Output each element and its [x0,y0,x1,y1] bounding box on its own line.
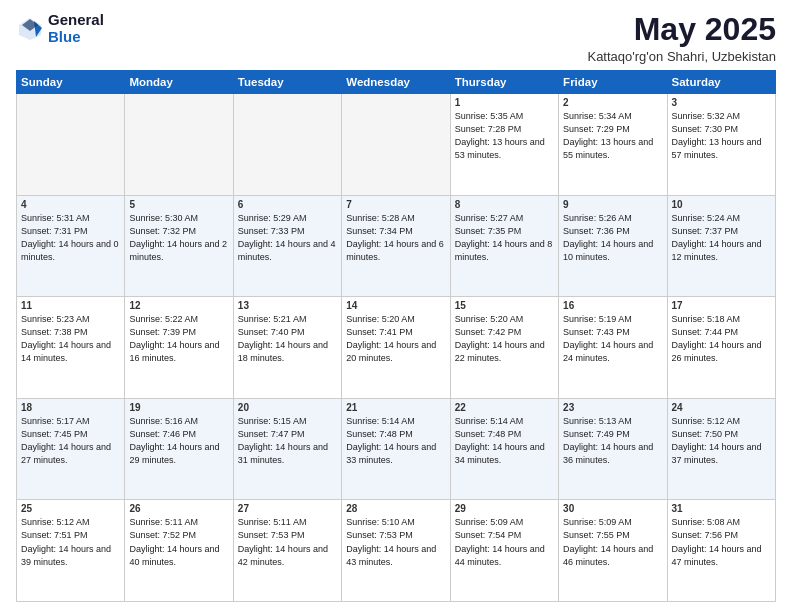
cell-info: Sunrise: 5:08 AM Sunset: 7:56 PM Dayligh… [672,516,771,568]
cell-info: Sunrise: 5:10 AM Sunset: 7:53 PM Dayligh… [346,516,445,568]
calendar-cell: 22Sunrise: 5:14 AM Sunset: 7:48 PM Dayli… [450,398,558,500]
calendar-cell: 13Sunrise: 5:21 AM Sunset: 7:40 PM Dayli… [233,297,341,399]
day-number: 3 [672,97,771,108]
calendar-cell: 30Sunrise: 5:09 AM Sunset: 7:55 PM Dayli… [559,500,667,602]
day-header-tuesday: Tuesday [233,71,341,94]
cell-info: Sunrise: 5:14 AM Sunset: 7:48 PM Dayligh… [346,415,445,467]
calendar-cell: 7Sunrise: 5:28 AM Sunset: 7:34 PM Daylig… [342,195,450,297]
cell-info: Sunrise: 5:11 AM Sunset: 7:52 PM Dayligh… [129,516,228,568]
day-number: 20 [238,402,337,413]
calendar-week-2: 4Sunrise: 5:31 AM Sunset: 7:31 PM Daylig… [17,195,776,297]
calendar-cell: 20Sunrise: 5:15 AM Sunset: 7:47 PM Dayli… [233,398,341,500]
day-number: 18 [21,402,120,413]
cell-info: Sunrise: 5:29 AM Sunset: 7:33 PM Dayligh… [238,212,337,264]
calendar-cell: 21Sunrise: 5:14 AM Sunset: 7:48 PM Dayli… [342,398,450,500]
logo-general: General [48,12,104,29]
day-number: 16 [563,300,662,311]
day-number: 24 [672,402,771,413]
cell-info: Sunrise: 5:30 AM Sunset: 7:32 PM Dayligh… [129,212,228,264]
cell-info: Sunrise: 5:23 AM Sunset: 7:38 PM Dayligh… [21,313,120,365]
calendar-cell: 27Sunrise: 5:11 AM Sunset: 7:53 PM Dayli… [233,500,341,602]
day-header-thursday: Thursday [450,71,558,94]
calendar-cell [17,94,125,196]
cell-info: Sunrise: 5:09 AM Sunset: 7:55 PM Dayligh… [563,516,662,568]
cell-info: Sunrise: 5:16 AM Sunset: 7:46 PM Dayligh… [129,415,228,467]
day-number: 29 [455,503,554,514]
cell-info: Sunrise: 5:26 AM Sunset: 7:36 PM Dayligh… [563,212,662,264]
cell-info: Sunrise: 5:34 AM Sunset: 7:29 PM Dayligh… [563,110,662,162]
cell-info: Sunrise: 5:18 AM Sunset: 7:44 PM Dayligh… [672,313,771,365]
cell-info: Sunrise: 5:12 AM Sunset: 7:50 PM Dayligh… [672,415,771,467]
cell-info: Sunrise: 5:21 AM Sunset: 7:40 PM Dayligh… [238,313,337,365]
day-number: 8 [455,199,554,210]
calendar-week-3: 11Sunrise: 5:23 AM Sunset: 7:38 PM Dayli… [17,297,776,399]
calendar-cell: 6Sunrise: 5:29 AM Sunset: 7:33 PM Daylig… [233,195,341,297]
cell-info: Sunrise: 5:12 AM Sunset: 7:51 PM Dayligh… [21,516,120,568]
logo-text: General Blue [48,12,104,45]
cell-info: Sunrise: 5:17 AM Sunset: 7:45 PM Dayligh… [21,415,120,467]
cell-info: Sunrise: 5:19 AM Sunset: 7:43 PM Dayligh… [563,313,662,365]
calendar-cell: 15Sunrise: 5:20 AM Sunset: 7:42 PM Dayli… [450,297,558,399]
title-block: May 2025 Kattaqo'rg'on Shahri, Uzbekista… [587,12,776,64]
cell-info: Sunrise: 5:11 AM Sunset: 7:53 PM Dayligh… [238,516,337,568]
cell-info: Sunrise: 5:31 AM Sunset: 7:31 PM Dayligh… [21,212,120,264]
day-number: 23 [563,402,662,413]
day-header-saturday: Saturday [667,71,775,94]
day-number: 28 [346,503,445,514]
cell-info: Sunrise: 5:20 AM Sunset: 7:42 PM Dayligh… [455,313,554,365]
calendar-cell: 23Sunrise: 5:13 AM Sunset: 7:49 PM Dayli… [559,398,667,500]
calendar-table: SundayMondayTuesdayWednesdayThursdayFrid… [16,70,776,602]
calendar-cell: 25Sunrise: 5:12 AM Sunset: 7:51 PM Dayli… [17,500,125,602]
calendar-cell: 12Sunrise: 5:22 AM Sunset: 7:39 PM Dayli… [125,297,233,399]
calendar-week-4: 18Sunrise: 5:17 AM Sunset: 7:45 PM Dayli… [17,398,776,500]
cell-info: Sunrise: 5:15 AM Sunset: 7:47 PM Dayligh… [238,415,337,467]
calendar-cell: 31Sunrise: 5:08 AM Sunset: 7:56 PM Dayli… [667,500,775,602]
day-number: 6 [238,199,337,210]
day-number: 14 [346,300,445,311]
calendar-cell: 24Sunrise: 5:12 AM Sunset: 7:50 PM Dayli… [667,398,775,500]
cell-info: Sunrise: 5:32 AM Sunset: 7:30 PM Dayligh… [672,110,771,162]
location: Kattaqo'rg'on Shahri, Uzbekistan [587,49,776,64]
cell-info: Sunrise: 5:22 AM Sunset: 7:39 PM Dayligh… [129,313,228,365]
calendar-cell: 11Sunrise: 5:23 AM Sunset: 7:38 PM Dayli… [17,297,125,399]
day-number: 4 [21,199,120,210]
day-number: 27 [238,503,337,514]
day-number: 9 [563,199,662,210]
day-number: 13 [238,300,337,311]
day-number: 5 [129,199,228,210]
calendar-cell: 17Sunrise: 5:18 AM Sunset: 7:44 PM Dayli… [667,297,775,399]
calendar-week-1: 1Sunrise: 5:35 AM Sunset: 7:28 PM Daylig… [17,94,776,196]
month-title: May 2025 [587,12,776,47]
cell-info: Sunrise: 5:13 AM Sunset: 7:49 PM Dayligh… [563,415,662,467]
calendar-cell: 3Sunrise: 5:32 AM Sunset: 7:30 PM Daylig… [667,94,775,196]
page: General Blue May 2025 Kattaqo'rg'on Shah… [0,0,792,612]
cell-info: Sunrise: 5:09 AM Sunset: 7:54 PM Dayligh… [455,516,554,568]
calendar-cell: 1Sunrise: 5:35 AM Sunset: 7:28 PM Daylig… [450,94,558,196]
cell-info: Sunrise: 5:27 AM Sunset: 7:35 PM Dayligh… [455,212,554,264]
day-number: 19 [129,402,228,413]
calendar-cell: 5Sunrise: 5:30 AM Sunset: 7:32 PM Daylig… [125,195,233,297]
day-number: 1 [455,97,554,108]
cell-info: Sunrise: 5:28 AM Sunset: 7:34 PM Dayligh… [346,212,445,264]
calendar-cell: 19Sunrise: 5:16 AM Sunset: 7:46 PM Dayli… [125,398,233,500]
calendar-week-5: 25Sunrise: 5:12 AM Sunset: 7:51 PM Dayli… [17,500,776,602]
calendar-cell: 9Sunrise: 5:26 AM Sunset: 7:36 PM Daylig… [559,195,667,297]
day-header-sunday: Sunday [17,71,125,94]
calendar-cell: 2Sunrise: 5:34 AM Sunset: 7:29 PM Daylig… [559,94,667,196]
day-number: 15 [455,300,554,311]
day-number: 12 [129,300,228,311]
header: General Blue May 2025 Kattaqo'rg'on Shah… [16,12,776,64]
calendar-cell: 28Sunrise: 5:10 AM Sunset: 7:53 PM Dayli… [342,500,450,602]
calendar-cell: 10Sunrise: 5:24 AM Sunset: 7:37 PM Dayli… [667,195,775,297]
logo-icon [16,15,44,43]
day-header-monday: Monday [125,71,233,94]
calendar-cell: 16Sunrise: 5:19 AM Sunset: 7:43 PM Dayli… [559,297,667,399]
day-header-wednesday: Wednesday [342,71,450,94]
calendar-header-row: SundayMondayTuesdayWednesdayThursdayFrid… [17,71,776,94]
cell-info: Sunrise: 5:14 AM Sunset: 7:48 PM Dayligh… [455,415,554,467]
calendar-cell: 4Sunrise: 5:31 AM Sunset: 7:31 PM Daylig… [17,195,125,297]
cell-info: Sunrise: 5:35 AM Sunset: 7:28 PM Dayligh… [455,110,554,162]
day-number: 21 [346,402,445,413]
day-header-friday: Friday [559,71,667,94]
day-number: 22 [455,402,554,413]
